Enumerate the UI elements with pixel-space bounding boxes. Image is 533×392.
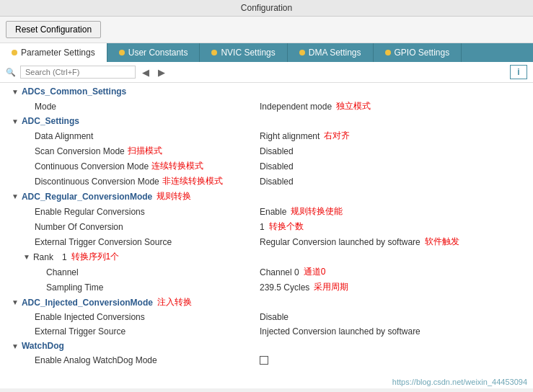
row-discontinuous-conversion[interactable]: Discontinuous Conversion Mode 非连续转换模式 Di… (0, 174, 533, 189)
param-value-enable-injected: Disable (260, 312, 288, 322)
param-value-scan-conversion: Disabled (260, 146, 294, 156)
row-channel[interactable]: Channel Channel 0 通道0 (0, 264, 533, 280)
param-name-external-trigger: External Trigger Conversion Source (35, 237, 172, 247)
param-name-scan-cn: 扫描模式 (128, 145, 162, 157)
tab-dot-gpio (385, 50, 391, 55)
tab-gpio-settings[interactable]: GPIO Settings (374, 43, 462, 62)
reset-config-button[interactable]: Reset Configuration (6, 21, 101, 38)
row-external-trigger[interactable]: External Trigger Conversion Source Regul… (0, 234, 533, 249)
title-bar: Configuration (0, 0, 533, 17)
row-enable-injected[interactable]: Enable Injected Conversions Disable (0, 310, 533, 324)
param-value-enable-regular-cn: 规则转换使能 (291, 205, 343, 218)
tab-nvic-settings[interactable]: NVIC Settings (200, 43, 287, 62)
param-name-discontinuous: Discontinuous Conversion Mode (35, 177, 159, 187)
param-name-continuous-cn: 连续转换模式 (151, 160, 203, 172)
param-value-channel: Channel 0 (260, 267, 299, 277)
row-scan-conversion[interactable]: Scan Conversion Mode 扫描模式 Disabled (0, 143, 533, 159)
param-name-enable-regular: Enable Regular Conversions (35, 207, 145, 217)
param-value-channel-cn: 通道0 (304, 266, 326, 278)
param-value-external-trigger-source: Injected Conversion launched by software (260, 326, 420, 337)
row-continuous-conversion[interactable]: Continuous Conversion Mode 连续转换模式 Disabl… (0, 159, 533, 174)
tab-label-nvic: NVIC Settings (221, 48, 275, 58)
row-external-trigger-source[interactable]: External Trigger Source Injected Convers… (0, 324, 533, 339)
section-rank-header[interactable]: ▼ Rank 1 转换序列1个 (0, 249, 533, 264)
nav-next-arrow[interactable]: ▶ (156, 67, 167, 78)
section-title-adc-regular: ADC_Regular_ConversionMode (22, 192, 152, 202)
param-name-data-alignment: Data Alignment (35, 131, 93, 141)
param-value-sampling-cn: 采用周期 (314, 281, 348, 293)
nav-prev-arrow[interactable]: ◀ (140, 67, 151, 78)
collapse-arrow-adc-common: ▼ (12, 88, 19, 96)
param-name-scan-conversion: Scan Conversion Mode (35, 146, 125, 156)
section-title-rank: Rank (33, 252, 53, 262)
row-data-alignment[interactable]: Data Alignment Right alignment 右对齐 (0, 128, 533, 143)
row-watchdog-mode[interactable]: Enable Analog WatchDog Mode (0, 353, 533, 368)
param-value-number-conversion: 1 (260, 222, 265, 232)
collapse-arrow-adc-regular: ▼ (12, 192, 19, 200)
section-title-adc-injected-cn: 注入转换 (157, 296, 192, 308)
param-name-channel: Channel (46, 267, 79, 277)
search-input[interactable] (20, 66, 136, 79)
param-value-external-trigger-cn: 软件触发 (425, 236, 459, 248)
param-value-external-trigger: Regular Conversion launched by software (260, 237, 420, 247)
param-name-continuous: Continuous Conversion Mode (35, 161, 149, 172)
param-value-number-conversion-cn: 转换个数 (269, 220, 304, 233)
section-adc-regular-header[interactable]: ▼ ADC_Regular_ConversionMode 规则转换 (0, 189, 533, 204)
section-title-rank-value: 1 (62, 252, 67, 262)
param-value-continuous: Disabled (260, 161, 294, 172)
section-title-rank-cn: 转换序列1个 (71, 251, 120, 263)
param-name-sampling: Sampling Time (46, 282, 103, 293)
search-bar: 🔍 ◀ ▶ i (0, 62, 533, 83)
row-mode[interactable]: Mode Independent mode 独立模式 (0, 99, 533, 114)
collapse-arrow-rank: ▼ (23, 253, 30, 261)
tab-dot-user (119, 50, 125, 55)
param-name-external-trigger-source: External Trigger Source (35, 326, 125, 337)
toolbar: Reset Configuration (0, 17, 533, 43)
section-watchdog-header[interactable]: ▼ WatchDog (0, 339, 533, 353)
section-title-adc-injected: ADC_Injected_ConversionMode (22, 298, 153, 308)
section-title-adc-settings: ADC_Settings (22, 116, 79, 126)
watermark: https://blog.csdn.net/weixin_44453094 (392, 378, 527, 386)
tab-label-gpio: GPIO Settings (395, 48, 450, 58)
collapse-arrow-adc-settings: ▼ (12, 117, 19, 125)
tab-dot-dma (299, 50, 305, 55)
param-value-enable-regular: Enable (260, 207, 286, 217)
collapse-arrow-adc-injected: ▼ (12, 298, 19, 306)
row-enable-regular[interactable]: Enable Regular Conversions Enable 规则转换使能 (0, 204, 533, 219)
row-sampling-time[interactable]: Sampling Time 239.5 Cycles 采用周期 (0, 280, 533, 295)
tab-label-user: User Constants (128, 48, 188, 58)
tab-label-dma: DMA Settings (309, 48, 361, 58)
param-name-mode: Mode (35, 102, 56, 112)
collapse-arrow-watchdog: ▼ (12, 342, 19, 350)
info-button[interactable]: i (510, 65, 527, 79)
tab-parameter-settings[interactable]: Parameter Settings (0, 43, 107, 62)
section-adc-common-header[interactable]: ▼ ADCs_Common_Settings (0, 84, 533, 99)
param-value-mode: Independent mode (260, 102, 332, 112)
tab-dma-settings[interactable]: DMA Settings (288, 43, 374, 62)
section-title-adc-common: ADCs_Common_Settings (22, 86, 126, 97)
tab-dot-nvic (211, 50, 217, 55)
tab-label-parameter: Parameter Settings (21, 48, 95, 58)
section-adc-settings-header[interactable]: ▼ ADC_Settings (0, 114, 533, 128)
section-title-adc-regular-cn: 规则转换 (157, 190, 191, 202)
window-title: Configuration (241, 3, 292, 13)
section-adc-injected-header[interactable]: ▼ ADC_Injected_ConversionMode 注入转换 (0, 295, 533, 310)
section-title-watchdog: WatchDog (22, 341, 64, 351)
tabs-bar: Parameter Settings User Constants NVIC S… (0, 43, 533, 62)
watchdog-mode-checkbox[interactable] (260, 356, 268, 365)
param-name-number-conversion: Number Of Conversion (35, 222, 123, 232)
row-number-of-conversion[interactable]: Number Of Conversion 1 转换个数 (0, 219, 533, 234)
tab-dot-parameter (12, 50, 17, 55)
param-name-enable-injected: Enable Injected Conversions (35, 312, 145, 322)
param-name-watchdog-mode: Enable Analog WatchDog Mode (35, 355, 157, 365)
param-value-data-alignment: Right alignment (260, 131, 320, 141)
param-value-data-alignment-cn: 右对齐 (324, 130, 350, 142)
param-name-discontinuous-cn: 非连续转换模式 (162, 175, 223, 187)
config-content: ▼ ADCs_Common_Settings Mode Independent … (0, 83, 533, 388)
param-value-mode-cn: 独立模式 (336, 100, 371, 112)
param-value-discontinuous: Disabled (260, 177, 294, 187)
tab-user-constants[interactable]: User Constants (107, 43, 201, 62)
param-value-sampling: 239.5 Cycles (260, 282, 309, 293)
search-icon: 🔍 (6, 68, 16, 77)
